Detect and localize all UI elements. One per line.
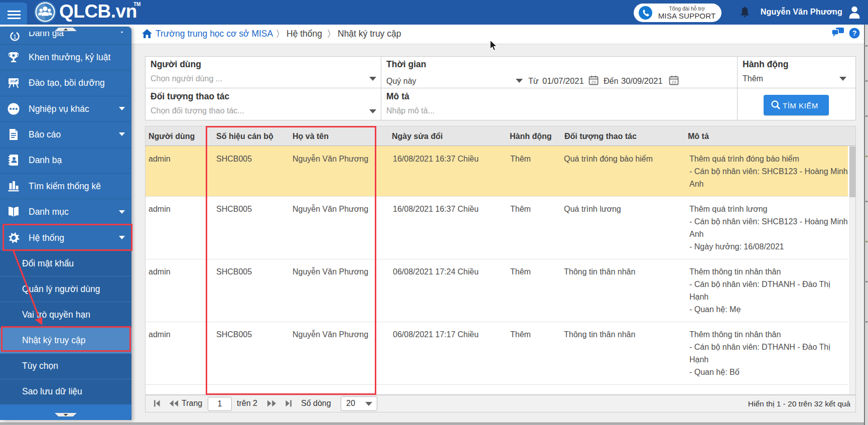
svg-text:abc: abc xyxy=(10,79,16,83)
svg-text:1: 1 xyxy=(13,34,16,40)
svg-text:23: 23 xyxy=(592,80,596,84)
svg-text:23: 23 xyxy=(672,80,676,84)
svg-text:?: ? xyxy=(852,29,857,37)
